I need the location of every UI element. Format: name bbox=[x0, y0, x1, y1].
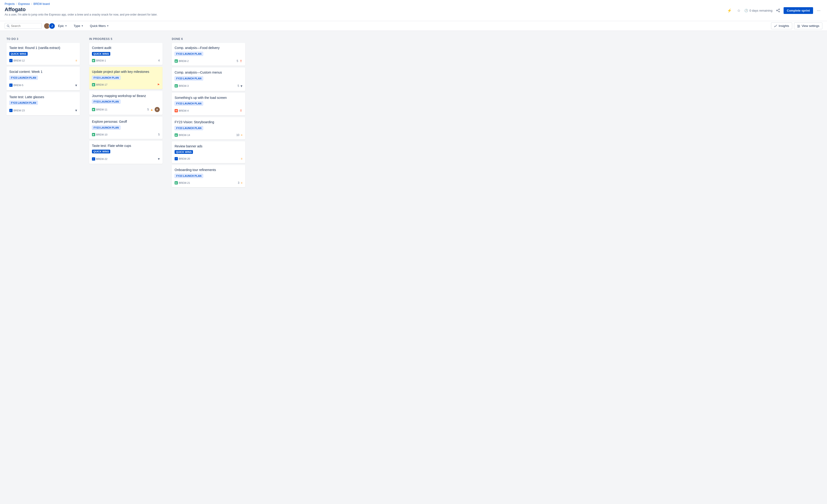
story-points: 5 bbox=[238, 84, 239, 88]
quick-filters-button[interactable]: Quick filters ▼ bbox=[88, 23, 111, 29]
card-done-4[interactable]: FY23 Vision: StoryboardingFY23 LAUNCH PL… bbox=[172, 117, 245, 140]
card-badge: QUICK WINS bbox=[175, 150, 193, 154]
card-ip-1[interactable]: Content auditQUICK WINS▶ BREW-14 bbox=[89, 43, 162, 65]
svg-point-10 bbox=[797, 25, 798, 26]
card-footer: BREW-4⇑ bbox=[175, 109, 242, 112]
card-badge: FY23 LAUNCH PLAN bbox=[92, 100, 120, 104]
card-done-3[interactable]: Something's up with the load screenFY23 … bbox=[172, 93, 245, 115]
type-chevron: ▼ bbox=[81, 24, 83, 27]
ticket-number: BREW-3 bbox=[179, 85, 189, 87]
card-ip-4[interactable]: Explore personas: GeoffFY23 LAUNCH PLAN▶… bbox=[89, 117, 162, 139]
svg-point-11 bbox=[799, 26, 799, 27]
card-footer: ▶ BREW-14 bbox=[92, 59, 160, 62]
card-badge: QUICK WINS bbox=[92, 150, 110, 153]
card-badge: FY23 LAUNCH PLAN bbox=[175, 77, 203, 81]
card-title: FY23 Vision: Storyboarding bbox=[175, 120, 242, 124]
story-points: 5 bbox=[237, 59, 238, 63]
card-id: ▶ BREW-3 bbox=[175, 84, 189, 88]
ticket-number: BREW-1 bbox=[96, 59, 106, 62]
collapse-button[interactable]: ▾ bbox=[241, 84, 242, 88]
card-ip-5[interactable]: Taste test: Flate white cupsQUICK WINS✓ … bbox=[89, 141, 162, 164]
svg-line-3 bbox=[777, 9, 779, 10]
card-footer: ✓ BREW-20≡ bbox=[175, 157, 242, 160]
card-title: Journey mapping workshop w/ Beanz bbox=[92, 94, 160, 98]
type-filter[interactable]: Type ▼ bbox=[71, 23, 86, 29]
story-icon: ▶ bbox=[175, 84, 178, 88]
card-done-1[interactable]: Comp. analysis—Food deliveryFY23 LAUNCH … bbox=[172, 43, 245, 66]
card-id: ✓ BREW-20 bbox=[175, 157, 190, 160]
card-footer: ▶ BREW-25⇑ bbox=[175, 59, 242, 63]
type-label: Type bbox=[74, 24, 80, 28]
story-icon: ▶ bbox=[175, 181, 178, 185]
story-icon: ▶ bbox=[175, 59, 178, 63]
card-title: Review banner ads bbox=[175, 144, 242, 149]
card-done-5[interactable]: Review banner adsQUICK WINS✓ BREW-20≡ bbox=[172, 141, 245, 163]
card-footer: ✓ BREW-23▾ bbox=[9, 108, 77, 112]
card-ip-2[interactable]: Update project plan with key milestonesF… bbox=[89, 67, 162, 89]
view-settings-icon bbox=[797, 24, 800, 28]
view-settings-button[interactable]: View settings bbox=[794, 22, 822, 29]
breadcrumb-espresso[interactable]: Espresso bbox=[18, 2, 30, 6]
column-header-todo: TO DO 3 bbox=[6, 37, 80, 41]
ticket-number: BREW-23 bbox=[13, 109, 25, 112]
view-settings-label: View settings bbox=[802, 24, 819, 28]
story-points: 5 bbox=[158, 133, 160, 136]
story-icon: ▶ bbox=[175, 134, 178, 137]
card-right: 5▾ bbox=[238, 84, 242, 88]
card-done-6[interactable]: Onboarding tour refinementsFY23 LAUNCH P… bbox=[172, 165, 245, 187]
insights-button[interactable]: Insights bbox=[771, 22, 792, 29]
card-right: 10≡ bbox=[236, 134, 242, 137]
card-badge: QUICK WINS bbox=[9, 52, 28, 56]
priority-medium-icon: ≡ bbox=[241, 157, 242, 160]
ticket-number: BREW-17 bbox=[96, 83, 107, 86]
collapse-button[interactable]: ▾ bbox=[158, 157, 160, 161]
card-footer: ▶ BREW-1410≡ bbox=[175, 134, 242, 137]
svg-point-2 bbox=[779, 11, 780, 12]
epic-filter[interactable]: Epic ▼ bbox=[56, 23, 69, 29]
card-right: ≡ bbox=[241, 157, 242, 160]
card-id: ▶ BREW-10 bbox=[92, 133, 107, 136]
svg-text:▶: ▶ bbox=[176, 182, 177, 184]
card-right: 5⇑ bbox=[237, 59, 242, 63]
search-icon bbox=[7, 24, 9, 28]
ticket-number: BREW-2 bbox=[179, 60, 189, 62]
card-id: ▶ BREW-11 bbox=[92, 108, 107, 111]
svg-point-27 bbox=[176, 110, 177, 111]
card-badge: FY23 LAUNCH PLAN bbox=[175, 52, 203, 56]
card-title: Update project plan with key milestones bbox=[92, 69, 160, 74]
avatar-2[interactable]: J bbox=[49, 23, 55, 29]
card-badge: FY23 LAUNCH PLAN bbox=[175, 101, 203, 106]
breadcrumb-projects[interactable]: Projects bbox=[5, 2, 15, 6]
breadcrumb-brew[interactable]: BREW board bbox=[34, 2, 50, 6]
card-ip-3[interactable]: Journey mapping workshop w/ BeanzFY23 LA… bbox=[89, 91, 162, 115]
more-button[interactable]: ⋯ bbox=[815, 7, 822, 14]
star-button[interactable]: ☆ bbox=[735, 7, 742, 14]
card-right: ≡ bbox=[76, 59, 77, 62]
complete-sprint-button[interactable]: Complete sprint bbox=[784, 7, 813, 14]
card-done-2[interactable]: Comp. analysis—Custom menusFY23 LAUNCH P… bbox=[172, 67, 245, 91]
collapse-button[interactable]: ▾ bbox=[75, 108, 77, 112]
collapse-button[interactable]: ▾ bbox=[75, 83, 77, 88]
svg-text:▶: ▶ bbox=[93, 84, 95, 86]
share-button[interactable] bbox=[774, 7, 782, 14]
avatar-group: J bbox=[44, 23, 54, 29]
card-right: 4 bbox=[158, 59, 160, 62]
breadcrumb: Projects / Espresso / BREW board bbox=[5, 2, 157, 6]
card-right: ▾ bbox=[158, 157, 160, 161]
epic-chevron: ▼ bbox=[65, 24, 67, 27]
card-todo-1[interactable]: Taste test: Round 1 (vanilla extract)QUI… bbox=[6, 43, 80, 65]
card-footer: ✓ BREW-12≡ bbox=[9, 59, 77, 62]
check-icon: ✓ bbox=[92, 157, 95, 161]
check-icon: ✓ bbox=[9, 59, 12, 62]
lightning-button[interactable]: ⚡ bbox=[726, 7, 733, 14]
days-remaining: 🕐 0 days remaining bbox=[744, 9, 772, 12]
search-input[interactable] bbox=[11, 24, 40, 28]
card-todo-3[interactable]: Taste test: Latte glassesFY23 LAUNCH PLA… bbox=[6, 92, 80, 115]
card-footer: ▶ BREW-105 bbox=[92, 133, 160, 136]
card-todo-2[interactable]: Social content: Week 1FY23 LAUNCH PLAN✓ … bbox=[6, 67, 80, 90]
svg-point-0 bbox=[779, 9, 780, 10]
search-box[interactable] bbox=[5, 23, 42, 29]
check-icon: ✓ bbox=[9, 109, 12, 112]
insights-label: Insights bbox=[779, 24, 789, 28]
board: TO DO 3Taste test: Round 1 (vanilla extr… bbox=[0, 31, 827, 498]
